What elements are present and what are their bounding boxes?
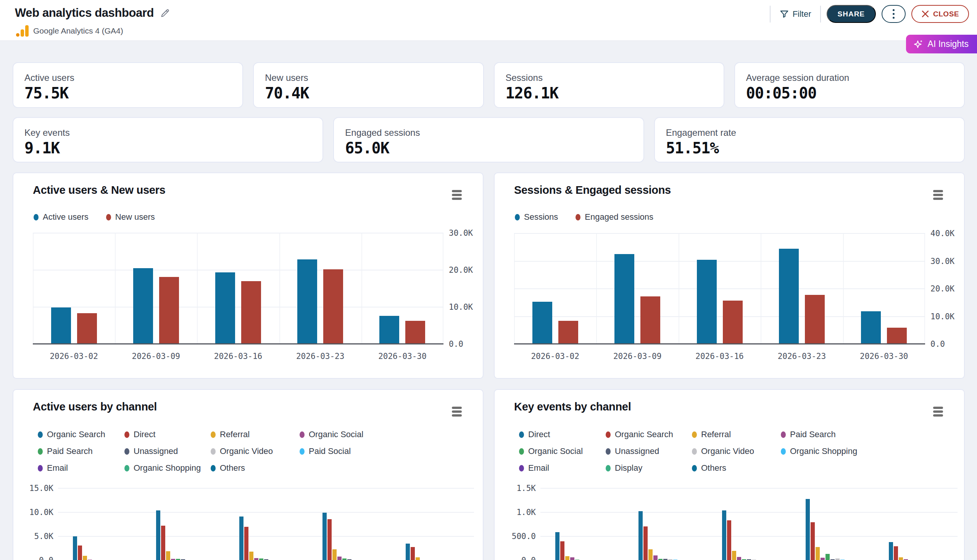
legend-item[interactable]: Organic Search [38, 430, 124, 440]
y-axis-tick-label: 30.0K [449, 228, 473, 238]
legend-label: Referral [220, 430, 250, 440]
close-button[interactable]: CLOSE [911, 5, 969, 23]
bar-organic-search [811, 522, 815, 560]
grid-line-horizontal [58, 488, 474, 489]
legend-item[interactable]: Email [38, 463, 124, 473]
bar-paid-search [342, 558, 347, 560]
kpi-value: 65.0K [345, 139, 389, 157]
legend-label: Organic Social [528, 446, 583, 456]
kpi-label: New users [265, 72, 308, 83]
ai-insights-button[interactable]: AI Insights [906, 35, 977, 53]
legend-item[interactable]: Display [606, 463, 692, 473]
grid-line-horizontal [540, 536, 957, 537]
bar-organic-social [337, 557, 342, 560]
legend-item[interactable]: Direct [519, 430, 606, 440]
legend-item[interactable]: Others [692, 463, 781, 473]
y-axis-tick-label: 10.0K [930, 312, 954, 321]
bar-organic-search [727, 520, 731, 560]
legend-dot [519, 465, 524, 472]
edit-title-icon[interactable] [160, 8, 170, 18]
filter-label: Filter [793, 9, 812, 19]
kpi-card-engagement-rate: Engagement rate 51.51% [654, 117, 965, 163]
x-axis-label: 2026-03-16 [695, 352, 743, 361]
bar-new-users [241, 281, 261, 344]
close-icon [921, 10, 929, 18]
y-axis-tick-label: 10.0K [449, 303, 473, 312]
legend-item[interactable]: Organic Shopping [781, 446, 857, 456]
legend-dot [692, 448, 697, 455]
kebab-icon [893, 9, 895, 11]
legend-item[interactable]: Sessions [515, 212, 558, 222]
bar-new-users [159, 277, 179, 344]
bar-direct [411, 547, 415, 560]
grid-line-horizontal [514, 233, 925, 234]
share-button[interactable]: SHARE [827, 5, 876, 23]
bar-direct [327, 519, 332, 560]
kpi-value: 51.51% [666, 139, 719, 157]
bar-direct [889, 542, 893, 560]
chart-title: Active users & New users [33, 184, 165, 197]
bar-sessions [779, 249, 799, 344]
kpi-row-1: Active users 75.5K New users 70.4K Sessi… [13, 62, 965, 108]
legend-item[interactable]: Organic Search [606, 430, 692, 440]
y-axis-tick-label: 0.0 [39, 556, 53, 560]
legend-item[interactable]: Organic Social [519, 446, 606, 456]
y-axis-tick-label: 1.0K [516, 508, 536, 517]
legend-item[interactable]: Unassigned [606, 446, 692, 456]
legend-item[interactable]: Organic Video [692, 446, 781, 456]
kpi-card-key-events: Key events 9.1K [13, 117, 323, 163]
bar-engaged-sessions [640, 297, 660, 344]
bar-referral [83, 556, 87, 560]
legend-item[interactable]: Paid Search [38, 446, 124, 456]
bar-active-users [215, 272, 235, 344]
legend-label: Direct [134, 430, 155, 440]
legend-item[interactable]: Organic Social [300, 430, 363, 440]
legend-item[interactable]: Active users [33, 212, 89, 222]
legend-item[interactable]: Referral [692, 430, 781, 440]
legend-item[interactable]: Email [519, 463, 606, 473]
legend-item[interactable]: Referral [210, 430, 300, 440]
kpi-label: Engaged sessions [345, 127, 420, 138]
grid-line-horizontal [33, 270, 443, 270]
x-axis-label: 2026-03-30 [378, 352, 426, 361]
legend-item[interactable]: Organic Shopping [124, 463, 210, 473]
chart-menu-icon[interactable] [452, 190, 462, 200]
legend-dot [606, 465, 611, 472]
legend-dot [606, 432, 611, 438]
kpi-value: 70.4K [265, 84, 309, 102]
chart-menu-icon[interactable] [452, 407, 462, 417]
legend-item[interactable]: Paid Social [300, 446, 363, 456]
x-axis-label: 2026-03-09 [613, 352, 661, 361]
legend-item[interactable]: Engaged sessions [576, 212, 653, 222]
x-axis-label: 2026-03-23 [296, 352, 344, 361]
chart-title: Key events by channel [514, 400, 631, 413]
legend-item[interactable]: Paid Search [781, 430, 857, 440]
bar-referral [815, 547, 820, 560]
legend-dot [692, 432, 697, 438]
bar-referral [732, 551, 736, 560]
title-row: Web analytics dashboard [15, 6, 170, 20]
legend-label: Sessions [524, 212, 558, 222]
legend-item[interactable]: Unassigned [124, 446, 210, 456]
more-options-button[interactable] [882, 5, 906, 23]
chart-menu-icon[interactable] [933, 190, 943, 200]
legend-item[interactable]: Direct [124, 430, 210, 440]
bar-organic-social [171, 559, 175, 560]
charts-row-1: Active users & New users Active usersNew… [13, 172, 965, 379]
grid-line-horizontal [540, 488, 957, 489]
legend-item[interactable]: Organic Video [210, 446, 300, 456]
x-axis-label: 2026-03-23 [778, 352, 826, 361]
x-axis-baseline [33, 343, 443, 345]
kpi-value: 75.5K [24, 84, 68, 102]
chart-menu-icon[interactable] [933, 407, 943, 417]
filter-button[interactable]: Filter [776, 9, 814, 19]
bar-active-users [51, 307, 71, 344]
bar-direct [161, 526, 165, 560]
legend-item[interactable]: New users [106, 212, 155, 222]
legend-item[interactable]: Others [210, 463, 300, 473]
y-axis-tick-label: 40.0K [930, 229, 954, 238]
legend-label: Paid Search [47, 446, 93, 456]
bar-referral [648, 549, 653, 560]
bar-referral [249, 552, 254, 560]
bar-engaged-sessions [805, 295, 825, 344]
